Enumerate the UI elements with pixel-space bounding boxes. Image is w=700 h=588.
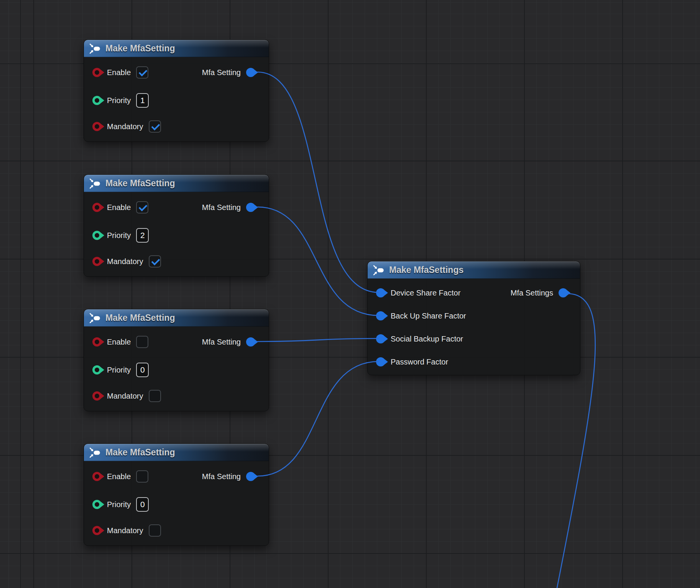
mandatory-checkbox[interactable]	[149, 390, 161, 402]
pin-row-mandatory: Mandatory	[92, 120, 161, 133]
pin-label: Priority	[107, 231, 131, 240]
pin-row-priority: Priority 0	[92, 363, 149, 377]
make-struct-icon	[89, 178, 100, 189]
pin-row-mfa-setting-out: Mfa Setting	[202, 66, 255, 79]
bool-pin-icon[interactable]	[92, 526, 102, 535]
priority-value-input[interactable]: 0	[136, 363, 149, 377]
node-title: Make MfaSetting	[105, 43, 175, 54]
mandatory-checkbox[interactable]	[149, 255, 161, 268]
struct-pin-icon[interactable]	[246, 203, 255, 212]
struct-pin-icon[interactable]	[376, 357, 385, 366]
checkmark-icon	[151, 257, 160, 266]
make-struct-icon	[89, 312, 100, 324]
mandatory-checkbox[interactable]	[149, 120, 161, 133]
struct-pin-icon[interactable]	[376, 288, 385, 297]
pin-row-mfa-setting-out: Mfa Setting	[202, 336, 255, 348]
pin-row-mfa-setting-out: Mfa Setting	[202, 201, 255, 214]
node-header[interactable]: Make MfaSetting	[84, 40, 269, 57]
bool-pin-icon[interactable]	[92, 203, 102, 212]
int-pin-icon[interactable]	[92, 96, 102, 105]
pin-row-mfa-settings-out: Mfa Settings	[511, 287, 568, 299]
bool-pin-icon[interactable]	[92, 257, 102, 266]
pin-row-enable: Enable	[92, 470, 148, 483]
struct-pin-icon[interactable]	[376, 334, 385, 343]
checkmark-icon	[139, 68, 148, 77]
enable-checkbox[interactable]	[136, 336, 148, 348]
node-title: Make MfaSettings	[389, 265, 463, 275]
pin-label: Mandatory	[107, 526, 143, 535]
pin-row-password-factor: Password Factor	[376, 356, 448, 368]
checkmark-icon	[151, 122, 160, 131]
node-make-mfasetting-1[interactable]: Make MfaSetting Enable Priority 1 Mandat…	[84, 39, 269, 142]
pin-row-priority: Priority 1	[92, 93, 149, 108]
pin-label: Password Factor	[391, 358, 448, 366]
pin-row-priority: Priority 2	[92, 228, 149, 243]
struct-pin-icon[interactable]	[246, 68, 255, 77]
node-header[interactable]: Make MfaSetting	[84, 309, 269, 327]
pin-row-enable: Enable	[92, 336, 148, 348]
pin-label: Mfa Setting	[202, 472, 241, 481]
priority-value-input[interactable]: 0	[136, 497, 149, 512]
struct-pin-icon[interactable]	[246, 337, 255, 347]
pin-label: Back Up Share Factor	[391, 312, 466, 320]
node-header[interactable]: Make MfaSetting	[84, 175, 269, 192]
enable-checkbox[interactable]	[136, 66, 148, 79]
make-struct-icon	[373, 264, 384, 276]
int-pin-icon[interactable]	[92, 231, 102, 240]
pin-label: Mfa Settings	[511, 289, 553, 297]
make-struct-icon	[89, 447, 100, 458]
node-make-mfasetting-4[interactable]: Make MfaSetting Enable Priority 0 Mandat…	[84, 443, 269, 546]
pin-label: Enable	[107, 68, 131, 77]
pin-label: Enable	[107, 203, 131, 212]
bool-pin-icon[interactable]	[92, 472, 102, 481]
bool-pin-icon[interactable]	[92, 337, 102, 347]
pin-row-backup-share-factor: Back Up Share Factor	[376, 310, 466, 322]
node-title: Make MfaSetting	[105, 178, 175, 189]
node-title: Make MfaSetting	[105, 313, 175, 323]
mandatory-checkbox[interactable]	[149, 524, 161, 537]
pin-label: Mfa Setting	[202, 338, 241, 347]
pin-label: Social Backup Factor	[391, 335, 463, 343]
int-pin-icon[interactable]	[92, 500, 102, 509]
pin-label: Mandatory	[107, 257, 143, 266]
pin-label: Priority	[107, 500, 131, 509]
node-make-mfasetting-2[interactable]: Make MfaSetting Enable Priority 2 Mandat…	[84, 174, 269, 277]
struct-pin-icon[interactable]	[246, 472, 255, 481]
pin-row-mandatory: Mandatory	[92, 524, 161, 537]
pin-label: Device Share Factor	[391, 289, 460, 297]
pin-row-mfa-setting-out: Mfa Setting	[202, 470, 255, 483]
pin-label: Mfa Setting	[202, 203, 241, 212]
node-header[interactable]: Make MfaSetting	[84, 444, 269, 461]
int-pin-icon[interactable]	[92, 365, 102, 374]
pin-row-enable: Enable	[92, 201, 148, 214]
pin-row-social-backup-factor: Social Backup Factor	[376, 333, 463, 345]
bool-pin-icon[interactable]	[92, 68, 102, 77]
pin-label: Mandatory	[107, 122, 143, 131]
checkmark-icon	[139, 203, 148, 212]
pin-label: Mfa Setting	[202, 68, 241, 77]
node-header[interactable]: Make MfaSettings	[368, 261, 580, 279]
priority-value-input[interactable]: 2	[136, 228, 149, 243]
struct-pin-icon[interactable]	[376, 311, 385, 320]
pin-row-mandatory: Mandatory	[92, 255, 161, 268]
enable-checkbox[interactable]	[136, 470, 148, 483]
pin-row-priority: Priority 0	[92, 497, 149, 512]
node-make-mfasetting-3[interactable]: Make MfaSetting Enable Priority 0 Mandat…	[84, 309, 269, 411]
enable-checkbox[interactable]	[136, 201, 148, 214]
node-make-mfasettings[interactable]: Make MfaSettings Device Share Factor Bac…	[367, 261, 580, 375]
struct-pin-icon[interactable]	[559, 288, 568, 297]
make-struct-icon	[89, 43, 100, 54]
bool-pin-icon[interactable]	[92, 391, 102, 401]
bool-pin-icon[interactable]	[92, 122, 102, 131]
pin-label: Mandatory	[107, 392, 143, 401]
pin-label: Priority	[107, 96, 131, 105]
node-title: Make MfaSetting	[105, 447, 175, 458]
priority-value-input[interactable]: 1	[136, 93, 149, 108]
pin-label: Enable	[107, 472, 131, 481]
pin-row-enable: Enable	[92, 66, 148, 79]
pin-row-mandatory: Mandatory	[92, 390, 161, 402]
pin-label: Priority	[107, 366, 131, 374]
pin-label: Enable	[107, 338, 131, 347]
pin-row-device-share-factor: Device Share Factor	[376, 287, 460, 299]
